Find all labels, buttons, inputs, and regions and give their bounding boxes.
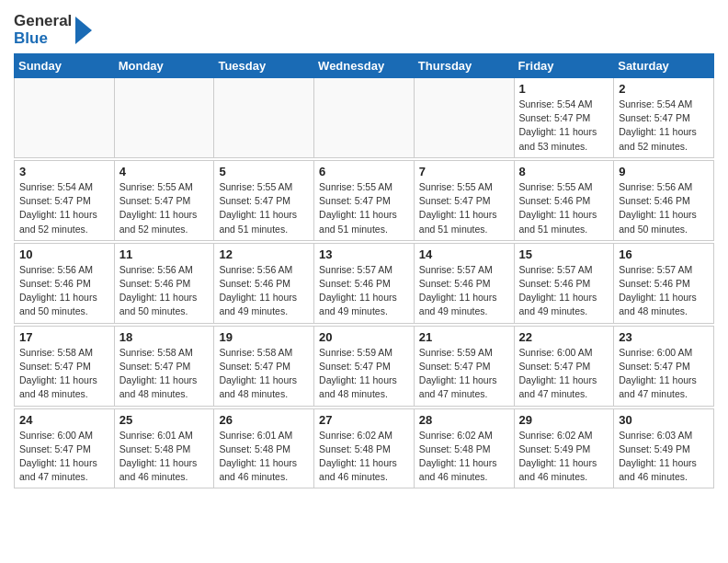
calendar-cell: 3Sunrise: 5:54 AM Sunset: 5:47 PM Daylig… [15, 160, 115, 240]
logo-blue-text: Blue [14, 30, 72, 48]
day-number: 27 [319, 413, 409, 427]
calendar-cell: 29Sunrise: 6:02 AM Sunset: 5:49 PM Dayli… [514, 408, 614, 488]
day-info: Sunrise: 5:55 AM Sunset: 5:47 PM Dayligh… [119, 180, 210, 236]
day-info: Sunrise: 6:00 AM Sunset: 5:47 PM Dayligh… [519, 346, 609, 402]
day-number: 5 [219, 165, 309, 178]
day-number: 2 [619, 82, 709, 96]
day-number: 21 [419, 330, 509, 344]
calendar-cell [414, 78, 514, 158]
day-info: Sunrise: 5:57 AM Sunset: 5:46 PM Dayligh… [319, 263, 409, 319]
day-info: Sunrise: 5:57 AM Sunset: 5:46 PM Dayligh… [519, 263, 609, 319]
title-section [94, 9, 714, 11]
day-info: Sunrise: 5:59 AM Sunset: 5:47 PM Dayligh… [319, 346, 409, 402]
day-info: Sunrise: 6:03 AM Sunset: 5:49 PM Dayligh… [619, 429, 709, 485]
calendar-cell [214, 78, 314, 158]
day-info: Sunrise: 6:00 AM Sunset: 5:47 PM Dayligh… [619, 346, 709, 402]
day-number: 23 [619, 330, 709, 344]
day-info: Sunrise: 5:59 AM Sunset: 5:47 PM Dayligh… [419, 346, 509, 402]
day-info: Sunrise: 6:02 AM Sunset: 5:48 PM Dayligh… [419, 429, 509, 485]
day-number: 18 [119, 330, 210, 344]
calendar-cell: 5Sunrise: 5:55 AM Sunset: 5:47 PM Daylig… [214, 160, 314, 240]
day-number: 15 [519, 247, 609, 261]
day-info: Sunrise: 6:00 AM Sunset: 5:47 PM Dayligh… [19, 429, 109, 485]
calendar-cell: 28Sunrise: 6:02 AM Sunset: 5:48 PM Dayli… [414, 408, 514, 488]
calendar-cell [114, 78, 214, 158]
calendar-cell: 6Sunrise: 5:55 AM Sunset: 5:47 PM Daylig… [314, 160, 415, 240]
logo-triangle-icon [74, 13, 94, 48]
calendar-header-row: SundayMondayTuesdayWednesdayThursdayFrid… [15, 54, 714, 78]
day-number: 30 [619, 413, 709, 427]
day-info: Sunrise: 6:01 AM Sunset: 5:48 PM Dayligh… [219, 429, 309, 485]
calendar-cell: 14Sunrise: 5:57 AM Sunset: 5:46 PM Dayli… [414, 243, 514, 323]
day-info: Sunrise: 5:56 AM Sunset: 5:46 PM Dayligh… [119, 263, 210, 319]
calendar-cell: 2Sunrise: 5:54 AM Sunset: 5:47 PM Daylig… [614, 78, 714, 158]
calendar-cell: 13Sunrise: 5:57 AM Sunset: 5:46 PM Dayli… [314, 243, 415, 323]
svg-marker-0 [75, 17, 92, 44]
calendar-cell: 7Sunrise: 5:55 AM Sunset: 5:47 PM Daylig… [414, 160, 514, 240]
column-header-monday: Monday [114, 54, 214, 78]
day-number: 25 [119, 413, 210, 427]
day-number: 12 [219, 247, 309, 261]
day-info: Sunrise: 5:56 AM Sunset: 5:46 PM Dayligh… [219, 263, 309, 319]
calendar-week-row: 10Sunrise: 5:56 AM Sunset: 5:46 PM Dayli… [15, 243, 714, 323]
day-info: Sunrise: 5:55 AM Sunset: 5:47 PM Dayligh… [419, 180, 509, 236]
day-number: 7 [419, 165, 509, 178]
calendar-cell: 4Sunrise: 5:55 AM Sunset: 5:47 PM Daylig… [114, 160, 214, 240]
day-number: 17 [19, 330, 109, 344]
day-info: Sunrise: 5:57 AM Sunset: 5:46 PM Dayligh… [419, 263, 509, 319]
day-info: Sunrise: 6:02 AM Sunset: 5:48 PM Dayligh… [319, 429, 409, 485]
calendar-cell: 11Sunrise: 5:56 AM Sunset: 5:46 PM Dayli… [114, 243, 214, 323]
calendar-cell: 30Sunrise: 6:03 AM Sunset: 5:49 PM Dayli… [614, 408, 714, 488]
column-header-tuesday: Tuesday [214, 54, 314, 78]
day-number: 19 [219, 330, 309, 344]
calendar-cell: 15Sunrise: 5:57 AM Sunset: 5:46 PM Dayli… [514, 243, 614, 323]
calendar-table: SundayMondayTuesdayWednesdayThursdayFrid… [14, 53, 714, 488]
calendar-cell: 18Sunrise: 5:58 AM Sunset: 5:47 PM Dayli… [114, 326, 214, 406]
day-number: 6 [319, 165, 409, 178]
day-number: 14 [419, 247, 509, 261]
calendar-cell: 20Sunrise: 5:59 AM Sunset: 5:47 PM Dayli… [314, 326, 415, 406]
calendar-week-row: 1Sunrise: 5:54 AM Sunset: 5:47 PM Daylig… [15, 78, 714, 158]
column-header-saturday: Saturday [614, 54, 714, 78]
calendar-cell: 22Sunrise: 6:00 AM Sunset: 5:47 PM Dayli… [514, 326, 614, 406]
day-info: Sunrise: 5:56 AM Sunset: 5:46 PM Dayligh… [619, 180, 709, 236]
column-header-wednesday: Wednesday [314, 54, 415, 78]
day-number: 29 [519, 413, 609, 427]
logo-general-text: General [14, 13, 72, 30]
page-header: General Blue [14, 9, 714, 48]
day-number: 26 [219, 413, 309, 427]
day-info: Sunrise: 5:54 AM Sunset: 5:47 PM Dayligh… [19, 180, 109, 236]
day-info: Sunrise: 5:58 AM Sunset: 5:47 PM Dayligh… [19, 346, 109, 402]
day-info: Sunrise: 6:01 AM Sunset: 5:48 PM Dayligh… [119, 429, 210, 485]
day-number: 3 [19, 165, 109, 178]
calendar-cell: 17Sunrise: 5:58 AM Sunset: 5:47 PM Dayli… [15, 326, 115, 406]
calendar-week-row: 17Sunrise: 5:58 AM Sunset: 5:47 PM Dayli… [15, 326, 714, 406]
calendar-cell: 23Sunrise: 6:00 AM Sunset: 5:47 PM Dayli… [614, 326, 714, 406]
day-number: 9 [619, 165, 709, 178]
day-number: 28 [419, 413, 509, 427]
column-header-thursday: Thursday [414, 54, 514, 78]
day-number: 4 [119, 165, 210, 178]
calendar-cell: 8Sunrise: 5:55 AM Sunset: 5:46 PM Daylig… [514, 160, 614, 240]
day-info: Sunrise: 5:55 AM Sunset: 5:46 PM Dayligh… [519, 180, 609, 236]
calendar-cell: 27Sunrise: 6:02 AM Sunset: 5:48 PM Dayli… [314, 408, 415, 488]
day-number: 24 [19, 413, 109, 427]
day-number: 20 [319, 330, 409, 344]
calendar-cell: 1Sunrise: 5:54 AM Sunset: 5:47 PM Daylig… [514, 78, 614, 158]
day-number: 8 [519, 165, 609, 178]
day-info: Sunrise: 5:56 AM Sunset: 5:46 PM Dayligh… [19, 263, 109, 319]
calendar-cell: 12Sunrise: 5:56 AM Sunset: 5:46 PM Dayli… [214, 243, 314, 323]
day-info: Sunrise: 5:54 AM Sunset: 5:47 PM Dayligh… [619, 98, 709, 154]
day-number: 1 [519, 82, 609, 96]
day-info: Sunrise: 5:55 AM Sunset: 5:47 PM Dayligh… [319, 180, 409, 236]
column-header-sunday: Sunday [15, 54, 115, 78]
calendar-cell [314, 78, 415, 158]
calendar-cell: 16Sunrise: 5:57 AM Sunset: 5:46 PM Dayli… [614, 243, 714, 323]
day-info: Sunrise: 5:54 AM Sunset: 5:47 PM Dayligh… [519, 98, 609, 154]
day-info: Sunrise: 6:02 AM Sunset: 5:49 PM Dayligh… [519, 429, 609, 485]
day-number: 16 [619, 247, 709, 261]
day-number: 10 [19, 247, 109, 261]
calendar-cell: 25Sunrise: 6:01 AM Sunset: 5:48 PM Dayli… [114, 408, 214, 488]
logo: General Blue [14, 9, 94, 48]
calendar-cell: 19Sunrise: 5:58 AM Sunset: 5:47 PM Dayli… [214, 326, 314, 406]
